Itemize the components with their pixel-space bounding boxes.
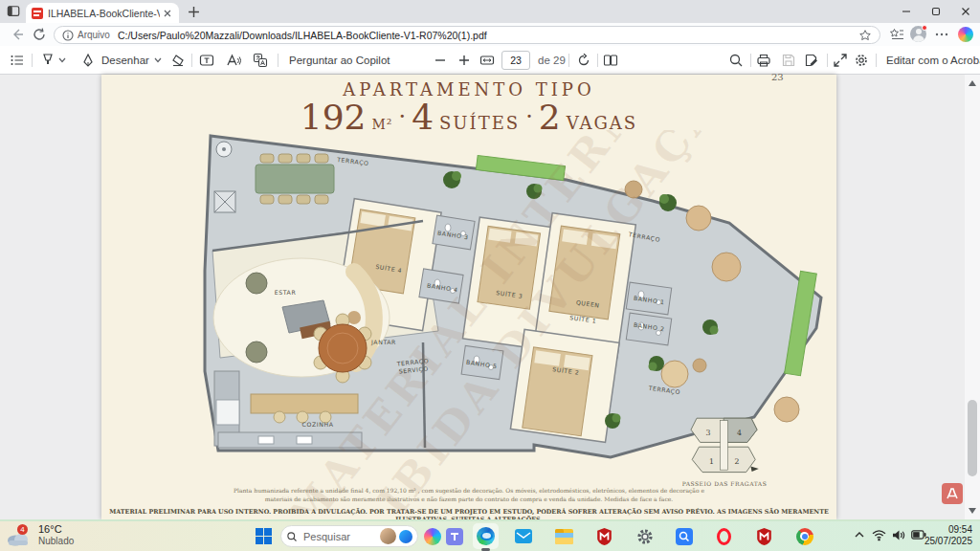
dining-table (256, 165, 334, 193)
volume-icon[interactable] (892, 529, 906, 541)
draw-chevron-icon[interactable] (153, 53, 163, 68)
print-icon[interactable] (756, 53, 771, 68)
taskbar-copilot-icon[interactable] (421, 525, 443, 547)
toc-icon[interactable] (10, 53, 25, 68)
translate-icon[interactable] (253, 53, 268, 68)
draw-label[interactable]: Desenhar (101, 55, 149, 66)
page-total-label: de 29 (538, 55, 566, 66)
fridge (216, 400, 239, 425)
clock-time: 09:54 (924, 524, 972, 536)
clock[interactable]: 09:54 25/07/2025 (924, 524, 972, 547)
taskbar-opera-icon[interactable] (713, 525, 735, 547)
scroll-down-icon[interactable] (969, 507, 976, 515)
disclaimer-line-1: Planta humanizada referente a unidade fi… (175, 487, 763, 495)
weather-widget[interactable]: 4 16°C Nublado (6, 523, 74, 547)
copilot-icon[interactable] (958, 27, 973, 42)
tray-chevron-icon[interactable] (854, 529, 865, 540)
bing-icon (399, 530, 412, 543)
screen: ILHABELA-BookCliente-V1-R07 (1 (0, 0, 980, 551)
pdf-viewer: 23 APARTAMENTO TIPO 192M² · 4SUÍTES · 2V… (0, 75, 980, 519)
dining-table-round (319, 324, 367, 372)
save-as-icon[interactable] (804, 53, 819, 68)
page-view-icon[interactable] (603, 53, 618, 68)
read-aloud-icon[interactable] (226, 53, 241, 68)
browser-tab[interactable]: ILHABELA-BookCliente-V1-R07 (1 (26, 3, 179, 23)
url-field[interactable]: Arquivo C:/Users/Paulo%20Mazzali/Downloa… (54, 26, 880, 44)
svg-text:4: 4 (737, 429, 742, 437)
new-tab-button[interactable] (188, 6, 200, 18)
zoom-in-icon[interactable] (457, 53, 472, 68)
svg-text:2: 2 (735, 457, 740, 466)
add-text-icon[interactable] (199, 53, 214, 68)
apartment-title: APARTAMENTO TIPO (101, 79, 836, 99)
scrollbar[interactable] (965, 75, 980, 519)
room-label-jantar: JANTAR (370, 339, 396, 346)
rotate-icon[interactable] (576, 53, 591, 68)
weather-temp: 16°C (38, 523, 74, 536)
ask-copilot-button[interactable]: Perguntar ao Copilot (289, 55, 390, 66)
room-label-estar: ESTAR (275, 289, 297, 296)
taskbar: 4 16°C Nublado Pesquisar (0, 521, 980, 551)
address-bar: Arquivo C:/Users/Paulo%20Mazzali/Downloa… (0, 23, 980, 46)
url-scheme-label: Arquivo (78, 30, 110, 40)
window-minimize-button[interactable] (891, 0, 921, 23)
svg-text:3: 3 (706, 429, 711, 437)
more-menu-icon[interactable] (934, 27, 949, 42)
settings-gear-icon[interactable] (854, 53, 869, 68)
taskbar-settings-icon[interactable] (634, 525, 656, 547)
highlighter-chevron-icon[interactable] (57, 53, 67, 68)
tab-actions-icon[interactable] (7, 5, 21, 18)
draw-pen-icon[interactable] (80, 53, 96, 68)
window-maximize-button[interactable] (921, 0, 950, 23)
key-plan: 3 4 1 2 (691, 418, 759, 472)
fit-width-icon[interactable] (479, 53, 495, 68)
window-close-button[interactable] (950, 0, 980, 23)
taskbar-edge-icon[interactable] (475, 525, 497, 547)
taskbar-mcafee-icon[interactable] (593, 525, 615, 547)
clock-date: 25/07/2025 (924, 536, 972, 547)
fullscreen-icon[interactable] (833, 53, 848, 68)
back-icon[interactable] (10, 27, 25, 42)
taskbar-chrome-icon[interactable] (793, 525, 815, 547)
tab-close-icon[interactable] (162, 8, 173, 19)
acrobat-fab-icon[interactable] (942, 483, 963, 504)
cooktop (297, 436, 312, 444)
save-icon-disabled (781, 53, 796, 68)
taskbar-search-app-icon[interactable] (673, 525, 695, 547)
taskbar-search[interactable]: Pesquisar (280, 525, 418, 547)
scrollbar-thumb[interactable] (968, 400, 977, 476)
eraser-icon[interactable] (170, 53, 186, 68)
highlighter-icon[interactable] (40, 53, 56, 68)
pdf-page: 23 APARTAMENTO TIPO 192M² · 4SUÍTES · 2V… (101, 75, 836, 519)
browser-tab-strip: ILHABELA-BookCliente-V1-R07 (1 (0, 0, 980, 23)
svg-text:1: 1 (709, 457, 714, 466)
taskbar-mcafee2-icon[interactable] (753, 525, 775, 547)
start-button[interactable] (253, 525, 275, 547)
favorite-star-icon[interactable] (858, 29, 872, 42)
weather-condition: Nublado (38, 536, 74, 547)
file-info-icon[interactable] (62, 30, 74, 41)
keyplan-caption: PASSEIO DAS FRAGATAS (682, 480, 768, 487)
refresh-icon[interactable] (32, 27, 47, 42)
pdf-favicon (32, 8, 43, 19)
weather-badge: 4 (17, 524, 28, 535)
tab-title: ILHABELA-BookCliente-V1-R07 (1 (48, 8, 160, 19)
favorites-list-icon[interactable] (889, 27, 904, 42)
pdf-toolbar: Desenhar Perguntar ao Copilot (0, 46, 980, 75)
search-highlight-avatar[interactable] (380, 528, 396, 544)
wifi-icon[interactable] (872, 529, 886, 541)
edit-acrobat-button[interactable]: Editar com o Acrobat (886, 55, 980, 66)
search-icon[interactable] (728, 53, 744, 68)
search-placeholder: Pesquisar (303, 531, 380, 542)
north-arrow-icon (750, 467, 758, 472)
taskbar-teams-icon[interactable] (443, 525, 465, 547)
taskbar-explorer-icon[interactable] (553, 525, 575, 547)
island (251, 394, 358, 413)
floor-plan: MATERIAL INTERNO PROIBIDA DIVULGAÇÃO TER… (201, 130, 833, 511)
sink (258, 436, 274, 444)
scroll-up-icon[interactable] (969, 79, 976, 87)
zoom-out-icon[interactable] (433, 53, 448, 68)
page-number-input[interactable] (501, 51, 530, 70)
taskbar-mail-icon[interactable] (512, 525, 534, 547)
disclaimer-line-2: materiais de acabamento são meramente il… (175, 496, 763, 503)
